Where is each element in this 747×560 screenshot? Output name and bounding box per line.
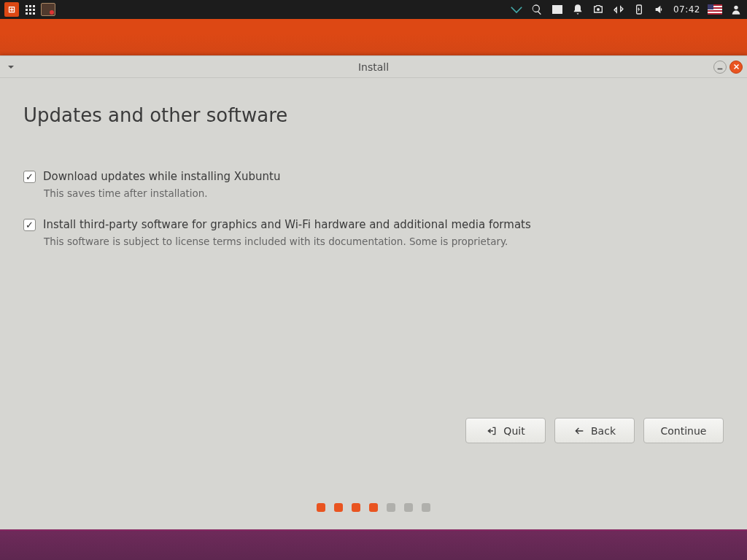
panel-right: 07:42 — [510, 3, 743, 16]
third-party-label: Install third-party software for graphic… — [43, 218, 531, 231]
download-updates-label: Download updates while installing Xubunt… — [43, 170, 280, 183]
back-arrow-icon — [573, 425, 585, 437]
quit-button[interactable]: Quit — [465, 418, 546, 443]
network-icon[interactable] — [612, 3, 625, 16]
content-area: Updates and other software Download upda… — [0, 78, 747, 281]
svg-rect-4 — [718, 68, 723, 69]
back-label: Back — [591, 425, 616, 437]
user-icon[interactable] — [729, 3, 743, 16]
continue-label: Continue — [661, 425, 707, 437]
progress-dot — [352, 503, 360, 512]
wallpaper-bottom — [0, 531, 747, 560]
option-download-updates[interactable]: Download updates while installing Xubunt… — [23, 170, 724, 183]
battery-icon[interactable] — [632, 3, 646, 16]
continue-button[interactable]: Continue — [643, 418, 724, 443]
back-button[interactable]: Back — [554, 418, 635, 443]
progress-dot — [334, 503, 343, 512]
volume-icon[interactable] — [653, 3, 666, 16]
camera-icon[interactable] — [592, 3, 605, 16]
svg-point-3 — [734, 6, 738, 9]
taskbar-app-icon[interactable] — [41, 3, 55, 16]
progress-dot — [387, 503, 395, 512]
close-button[interactable] — [729, 61, 743, 74]
minimize-button[interactable] — [713, 61, 727, 74]
chevron-down-icon[interactable] — [510, 3, 523, 16]
svg-point-1 — [597, 8, 600, 11]
workspace-icon[interactable] — [551, 3, 564, 16]
progress-dot — [404, 503, 413, 512]
search-icon[interactable] — [530, 3, 543, 16]
keyboard-layout-flag-icon[interactable] — [708, 4, 722, 15]
wallpaper-strip — [0, 19, 747, 55]
titlebar: Install — [0, 56, 747, 78]
option-third-party[interactable]: Install third-party software for graphic… — [23, 218, 724, 231]
button-row: Quit Back Continue — [465, 418, 724, 443]
quit-icon — [486, 425, 498, 437]
window-title: Install — [48, 61, 699, 73]
app-launcher-icon[interactable] — [23, 3, 36, 16]
clock[interactable]: 07:42 — [673, 4, 700, 15]
notification-bell-icon[interactable] — [571, 3, 584, 16]
progress-dots — [0, 503, 747, 512]
panel-left: ⊞ — [4, 2, 55, 17]
progress-dot — [317, 503, 325, 512]
top-panel: ⊞ 07:42 — [0, 0, 747, 19]
quit-label: Quit — [503, 425, 525, 437]
third-party-desc: This software is subject to license term… — [44, 236, 724, 247]
progress-dot — [422, 503, 430, 512]
page-title: Updates and other software — [23, 104, 724, 126]
third-party-checkbox[interactable] — [23, 219, 36, 231]
svg-rect-0 — [552, 5, 562, 14]
installer-window: Install Updates and other software Downl… — [0, 55, 747, 529]
progress-dot — [369, 503, 378, 512]
window-menu-icon[interactable] — [4, 61, 18, 74]
download-updates-checkbox[interactable] — [23, 171, 36, 183]
whisker-menu-icon[interactable]: ⊞ — [4, 2, 19, 17]
download-updates-desc: This saves time after installation. — [44, 187, 724, 199]
